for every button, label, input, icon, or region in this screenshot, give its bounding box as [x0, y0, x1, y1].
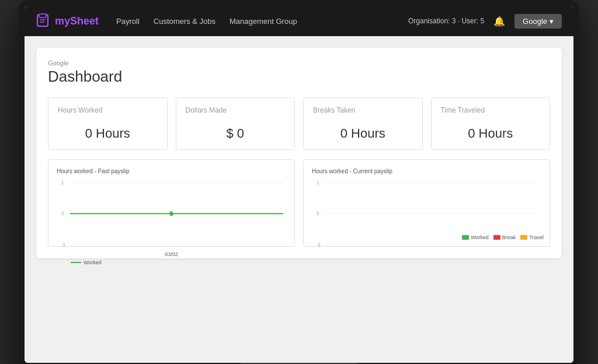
stat-cards: Hours Worked 0 Hours Dollars Made $ 0 Br… [48, 97, 550, 150]
stat-value-dollars-made: $ 0 [186, 126, 286, 141]
nav-payroll[interactable]: Payroll [116, 17, 140, 26]
nav-management[interactable]: Management Group [230, 17, 297, 26]
navbar: mySheet Payroll Customers & Jobs Managem… [25, 6, 573, 36]
chart-past-title: Hours worked - Past payslip [57, 168, 286, 174]
stat-label-breaks-taken: Breaks Taken [313, 106, 413, 114]
svg-text:-1: -1 [61, 241, 65, 247]
chart-past-legend: Worked [57, 260, 286, 265]
logo-icon [36, 13, 51, 29]
stat-card-breaks-taken: Breaks Taken 0 Hours [303, 97, 423, 150]
page-title: Dashboard [48, 68, 550, 86]
chart-past-svg: 1 0 -1 [57, 178, 286, 248]
chart-current-legend: Worked Break Travel [462, 235, 544, 240]
charts-row: Hours worked - Past payslip 1 0 -1 [48, 159, 550, 247]
svg-text:1: 1 [61, 179, 64, 186]
legend-worked: Worked [462, 235, 489, 240]
nav-right: Organisation: 3 · User: 5 🔔 Google ▾ [408, 13, 562, 29]
nav-customers-jobs[interactable]: Customers & Jobs [154, 17, 215, 26]
bell-button[interactable]: 🔔 [491, 13, 507, 29]
legend-travel: Travel [520, 235, 544, 240]
svg-rect-1 [39, 14, 46, 18]
stat-card-dollars-made: Dollars Made $ 0 [176, 97, 295, 150]
main-content: Google Dashboard Hours Worked 0 Hours Do… [25, 36, 573, 363]
legend-break: Break [493, 235, 516, 240]
page-container: Google Dashboard Hours Worked 0 Hours Do… [36, 48, 562, 258]
breadcrumb: Google [48, 60, 550, 66]
stat-card-time-traveled: Time Traveled 0 Hours [431, 97, 551, 150]
logo: mySheet [36, 13, 99, 29]
chart-past-payslip: Hours worked - Past payslip 1 0 -1 [48, 159, 295, 247]
stat-label-dollars-made: Dollars Made [186, 106, 286, 114]
user-dropdown-button[interactable]: Google ▾ [514, 14, 562, 29]
stat-value-breaks-taken: 0 Hours [313, 126, 413, 141]
stat-value-time-traveled: 0 Hours [441, 126, 541, 141]
logo-text: mySheet [55, 15, 99, 27]
svg-text:1: 1 [317, 179, 319, 186]
svg-text:-1: -1 [317, 241, 321, 247]
nav-links: Payroll Customers & Jobs Management Grou… [116, 17, 297, 26]
org-user-text: Organisation: 3 · User: 5 [408, 17, 484, 25]
stat-card-hours-worked: Hours Worked 0 Hours [48, 97, 168, 150]
svg-point-11 [169, 211, 173, 216]
svg-text:0: 0 [61, 210, 64, 216]
svg-text:0: 0 [317, 210, 319, 216]
stat-label-hours-worked: Hours Worked [58, 106, 158, 114]
chart-current-title: Hours worked - Current payslip [312, 168, 541, 174]
stat-value-hours-worked: 0 Hours [58, 126, 158, 141]
chart-past-xlabel: 03/02 [57, 251, 286, 257]
chart-current-payslip: Hours worked - Current payslip 1 0 -1 [303, 159, 550, 247]
stat-label-time-traveled: Time Traveled [441, 106, 541, 114]
